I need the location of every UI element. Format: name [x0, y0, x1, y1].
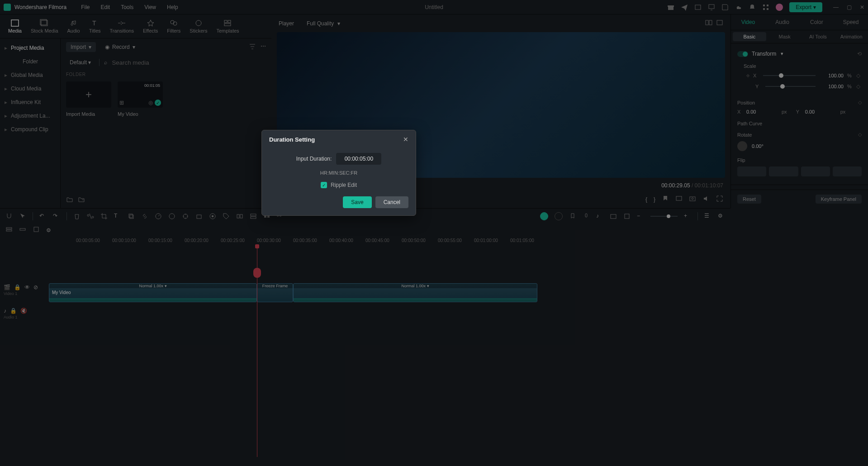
duration-input[interactable]	[336, 153, 381, 165]
dialog-title: Duration Setting	[269, 136, 315, 143]
duration-setting-dialog: Duration Setting ✕ Input Duration: HR:MI…	[261, 130, 416, 216]
save-button[interactable]: Save	[343, 196, 371, 208]
close-icon[interactable]: ✕	[403, 136, 408, 143]
cancel-button[interactable]: Cancel	[375, 196, 408, 208]
format-hint: HR:MIN:SEC:FR	[269, 170, 408, 176]
input-duration-label: Input Duration:	[296, 156, 332, 162]
ripple-edit-checkbox[interactable]: ✓	[321, 182, 327, 188]
ripple-edit-label: Ripple Edit	[331, 182, 357, 188]
modal-backdrop[interactable]	[0, 0, 868, 466]
